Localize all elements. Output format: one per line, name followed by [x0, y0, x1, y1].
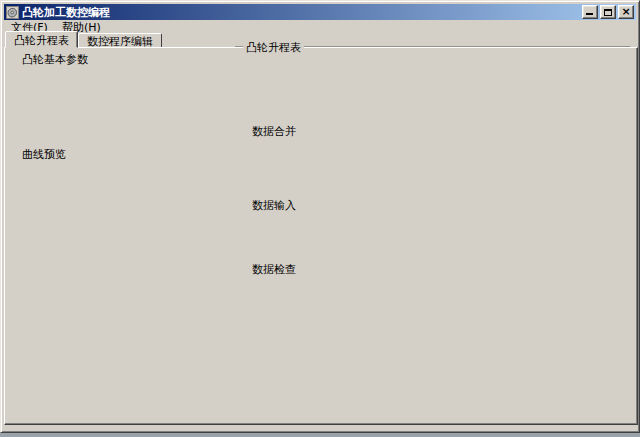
data-merge-group-title: 数据合并	[249, 124, 299, 139]
tab-nc-program-editor[interactable]: 数控程序编辑	[78, 33, 162, 48]
data-check-group-title: 数据检查	[249, 262, 299, 277]
close-icon: ×	[621, 7, 630, 17]
data-input-group-title: 数据输入	[249, 198, 299, 213]
maximize-icon	[604, 9, 612, 16]
group-curve-preview-title: 曲线预览	[19, 147, 69, 162]
close-button[interactable]: ×	[618, 5, 634, 19]
app-window: 凸轮加工数控编程 × 文件(F) 帮助(H) 凸轮升程表 数控程序编辑 凸轮基本…	[0, 0, 640, 433]
minimize-icon	[586, 13, 593, 15]
maximize-button[interactable]	[600, 5, 616, 19]
group-lift-table-title: 凸轮升程表	[243, 40, 304, 55]
tab-lift-table[interactable]: 凸轮升程表	[5, 31, 78, 48]
group-basic-params-title: 凸轮基本参数	[19, 52, 91, 67]
minimize-button[interactable]	[582, 5, 598, 19]
titlebar[interactable]: 凸轮加工数控编程 ×	[4, 4, 636, 20]
desktop: 凸轮加工数控编程 × 文件(F) 帮助(H) 凸轮升程表 数控程序编辑 凸轮基本…	[0, 0, 640, 437]
app-icon	[6, 6, 19, 19]
tabstrip: 凸轮升程表 数控程序编辑	[5, 31, 162, 48]
window-title: 凸轮加工数控编程	[22, 5, 582, 20]
tab-page	[4, 47, 638, 425]
